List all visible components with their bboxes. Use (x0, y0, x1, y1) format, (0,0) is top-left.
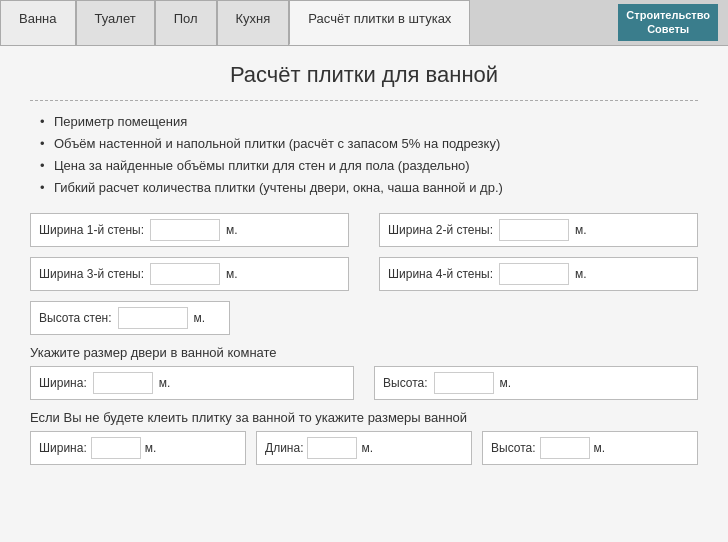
height-label: Высота стен: (39, 311, 112, 325)
door-width-group: Ширина: м. (30, 366, 354, 400)
wall2-input[interactable] (499, 219, 569, 241)
wall4-label: Ширина 4-й стены: (388, 267, 493, 281)
wall2-label: Ширина 2-й стены: (388, 223, 493, 237)
bath-length-input[interactable] (307, 437, 357, 459)
main-content: Расчёт плитки для ванной Периметр помеще… (0, 46, 728, 542)
bath-section-label: Если Вы не будете клеить плитку за ванно… (30, 410, 698, 425)
bath-height-label: Высота: (491, 441, 536, 455)
bath-height-group: Высота: м. (482, 431, 698, 465)
bath-width-label: Ширина: (39, 441, 87, 455)
wall3-group: Ширина 3-й стены: м. (30, 257, 349, 291)
bath-width-input[interactable] (91, 437, 141, 459)
wall3-unit: м. (226, 267, 238, 281)
bath-height-unit: м. (594, 441, 606, 455)
tab-vanna[interactable]: Ванна (0, 0, 76, 45)
wall2-group: Ширина 2-й стены: м. (379, 213, 698, 247)
height-unit: м. (194, 311, 206, 325)
features-list: Периметр помещения Объём настенной и нап… (40, 111, 698, 200)
feature-1: Периметр помещения (40, 111, 698, 133)
wall-row-1: Ширина 1-й стены: м. Ширина 2-й стены: м… (30, 213, 698, 247)
tab-raschet[interactable]: Расчёт плитки в штуках (289, 0, 470, 45)
wall-row-2: Ширина 3-й стены: м. Ширина 4-й стены: м… (30, 257, 698, 291)
door-row: Ширина: м. Высота: м. (30, 366, 698, 400)
feature-3: Цена за найденные объёмы плитки для стен… (40, 155, 698, 177)
wall4-group: Ширина 4-й стены: м. (379, 257, 698, 291)
door-width-unit: м. (159, 376, 171, 390)
tab-kuhnya[interactable]: Кухня (217, 0, 290, 45)
wall2-unit: м. (575, 223, 587, 237)
feature-2: Объём настенной и напольной плитки (расч… (40, 133, 698, 155)
logo-area: Строительство Советы (608, 0, 728, 45)
wall1-unit: м. (226, 223, 238, 237)
bath-width-unit: м. (145, 441, 157, 455)
wall3-label: Ширина 3-й стены: (39, 267, 144, 281)
wall4-input[interactable] (499, 263, 569, 285)
logo-line2: Советы (647, 23, 689, 35)
bath-length-label: Длина: (265, 441, 303, 455)
logo-line1: Строительство (626, 9, 710, 21)
tab-tualet[interactable]: Туалет (76, 0, 155, 45)
wall1-input[interactable] (150, 219, 220, 241)
height-group: Высота стен: м. (30, 301, 230, 335)
door-width-label: Ширина: (39, 376, 87, 390)
page-title: Расчёт плитки для ванной (30, 62, 698, 88)
tab-pol[interactable]: Пол (155, 0, 217, 45)
bath-height-input[interactable] (540, 437, 590, 459)
door-height-label: Высота: (383, 376, 428, 390)
door-height-group: Высота: м. (374, 366, 698, 400)
bath-row: Ширина: м. Длина: м. Высота: м. (30, 431, 698, 465)
wall1-group: Ширина 1-й стены: м. (30, 213, 349, 247)
logo-box: Строительство Советы (618, 4, 718, 41)
wall4-unit: м. (575, 267, 587, 281)
height-input[interactable] (118, 307, 188, 329)
tab-bar: Ванна Туалет Пол Кухня Расчёт плитки в ш… (0, 0, 728, 46)
bath-width-group: Ширина: м. (30, 431, 246, 465)
divider-top (30, 100, 698, 101)
wall3-input[interactable] (150, 263, 220, 285)
bath-length-group: Длина: м. (256, 431, 472, 465)
wall1-label: Ширина 1-й стены: (39, 223, 144, 237)
feature-4: Гибкий расчет количества плитки (учтены … (40, 177, 698, 199)
door-width-input[interactable] (93, 372, 153, 394)
door-height-unit: м. (500, 376, 512, 390)
door-section-label: Укажите размер двери в ванной комнате (30, 345, 698, 360)
height-row: Высота стен: м. (30, 301, 698, 335)
bath-length-unit: м. (361, 441, 373, 455)
door-height-input[interactable] (434, 372, 494, 394)
